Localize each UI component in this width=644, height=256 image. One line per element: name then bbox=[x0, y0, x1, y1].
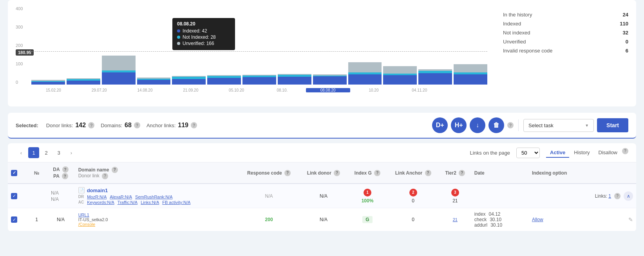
bar-indexed-seg bbox=[137, 80, 171, 85]
donor-links-help-icon[interactable]: ? bbox=[88, 122, 94, 128]
da-help-icon[interactable]: ? bbox=[62, 166, 69, 173]
tab-active[interactable]: Active bbox=[546, 148, 569, 158]
link-anchor-help-icon[interactable]: ? bbox=[425, 170, 431, 176]
x-label: 29.07.20 bbox=[77, 88, 121, 92]
bar-indexed-seg bbox=[454, 74, 487, 85]
donor-links-label: Donor links: bbox=[46, 123, 73, 128]
y-label-200: 200 bbox=[16, 43, 23, 48]
links-count: Links: 1 bbox=[595, 193, 611, 199]
pa-value: N/A bbox=[51, 197, 59, 202]
dr-label: DR bbox=[78, 195, 84, 199]
row-checkbox-domain[interactable]: ✓ bbox=[11, 193, 17, 199]
tab-disallow[interactable]: Disallow bbox=[595, 148, 621, 158]
bar-stack bbox=[137, 78, 171, 85]
response-help-icon[interactable]: ? bbox=[284, 170, 291, 176]
td-index-g-domain: 1 100% bbox=[348, 184, 387, 208]
d-plus-button[interactable]: D+ bbox=[432, 117, 448, 133]
toolbar-help-icon[interactable]: ? bbox=[507, 122, 514, 128]
view-tabs-help-icon[interactable]: ? bbox=[622, 148, 628, 154]
next-page-button[interactable]: › bbox=[66, 147, 77, 158]
pa-help-icon[interactable]: ? bbox=[62, 173, 68, 179]
edit-icon[interactable]: ✎ bbox=[628, 216, 633, 223]
page-3-button[interactable]: 3 bbox=[53, 147, 64, 158]
select-all-checkbox[interactable]: ✓ bbox=[11, 170, 17, 176]
table-row: ✓ 1 N/A URL1 IT-US_setka2.0 /Console 200 bbox=[8, 208, 636, 231]
h-plus-button[interactable]: H+ bbox=[451, 117, 467, 133]
td-response-domain: N/A bbox=[239, 184, 300, 208]
tier2-help-icon[interactable]: ? bbox=[459, 170, 465, 176]
in-history-value: 24 bbox=[623, 12, 628, 18]
x-label: 04.11.20 bbox=[397, 88, 441, 92]
page-size-select[interactable]: 50 100 200 bbox=[516, 148, 540, 158]
bar-unverified-seg bbox=[348, 62, 382, 72]
page-1-button[interactable]: 1 bbox=[28, 147, 39, 158]
expand-row-button[interactable]: ∧ bbox=[624, 191, 633, 201]
links-link[interactable]: Links:N/A bbox=[141, 200, 159, 205]
domain-help-icon[interactable]: ? bbox=[112, 167, 118, 173]
bar-unverified-seg bbox=[102, 56, 136, 70]
bar-group bbox=[242, 6, 276, 85]
semrush-link[interactable]: SemRushRank:N/A bbox=[135, 195, 172, 199]
doc-icon: 📄 bbox=[78, 187, 85, 193]
fb-link[interactable]: FB activity:N/A bbox=[162, 200, 190, 205]
link-donor-help-icon[interactable]: ? bbox=[334, 170, 340, 176]
page-2-button[interactable]: 2 bbox=[41, 147, 52, 158]
prev-page-button[interactable]: ‹ bbox=[16, 147, 27, 158]
domains-help-icon[interactable]: ? bbox=[134, 122, 140, 128]
da-pa-block: N/A N/A bbox=[49, 190, 72, 202]
td-tier2-domain: 3 21 bbox=[439, 184, 471, 208]
bar-stack bbox=[313, 74, 347, 85]
alexar-link[interactable]: AlexaR:N/A bbox=[110, 195, 132, 199]
bar-unverified-seg bbox=[383, 66, 417, 74]
anchor-links-help-icon[interactable]: ? bbox=[191, 122, 197, 128]
mozr-link[interactable]: MozR:N/A bbox=[87, 195, 107, 199]
pagination: ‹ 1 2 3 › bbox=[16, 147, 77, 158]
th-link-anchor: Link Anchor ? bbox=[387, 162, 439, 184]
toolbar-divider bbox=[518, 119, 519, 131]
td-domain: 📄 domain1 DR MozR:N/A AlexaR:N/A SemRush… bbox=[75, 184, 239, 208]
tier2-url-value[interactable]: 21 bbox=[453, 217, 458, 222]
links-help-icon[interactable]: ? bbox=[614, 193, 620, 199]
tooltip-date: 08.08.20 bbox=[177, 21, 230, 27]
chart-section: 400 300 200 100 0 180.95 bbox=[8, 0, 636, 106]
td-indexing-domain bbox=[529, 184, 586, 208]
x-label: 21.09.20 bbox=[168, 88, 213, 92]
unverified-dot bbox=[177, 42, 180, 45]
td-response-url: 200 bbox=[239, 208, 300, 231]
th-num: № bbox=[27, 162, 46, 184]
in-history-label: In the history bbox=[503, 12, 532, 18]
td-date-url: index 04.12 check 30.10 addurl 30.10 bbox=[471, 208, 529, 231]
index-g-help-icon[interactable]: ? bbox=[374, 170, 380, 176]
traffic-link[interactable]: Traffic:N/A bbox=[118, 200, 137, 205]
bar-indexed-seg bbox=[172, 79, 206, 85]
bar-group bbox=[454, 6, 487, 85]
stat-unverified: Unverified 0 bbox=[503, 37, 628, 46]
x-label: 05.10.20 bbox=[214, 88, 259, 92]
download-button[interactable]: ↓ bbox=[470, 117, 485, 133]
keywords-link[interactable]: Keywords:N/A bbox=[87, 200, 114, 205]
row-checkbox-url[interactable]: ✓ bbox=[11, 216, 17, 223]
select-task-dropdown[interactable]: Select task ▼ bbox=[523, 119, 594, 132]
url-name[interactable]: URL1 bbox=[78, 213, 235, 217]
toolbar: Selected: Donor links: 142 ? Domains: 68… bbox=[8, 113, 636, 139]
bar-group bbox=[67, 6, 100, 85]
date-entry-1: index 04.12 bbox=[474, 211, 526, 217]
bar-group bbox=[102, 6, 136, 85]
bar-stack bbox=[102, 56, 136, 85]
domains-stat: Domains: 68 ? bbox=[101, 122, 140, 129]
allow-link[interactable]: Allow bbox=[532, 217, 543, 222]
date-1: 04.12 bbox=[488, 211, 500, 217]
bars-area bbox=[31, 6, 487, 85]
td-actions-domain: Links: 1 ? ∧ bbox=[586, 184, 636, 208]
start-button[interactable]: Start bbox=[597, 118, 628, 132]
tab-history[interactable]: History bbox=[570, 148, 593, 158]
td-indexing-url: Allow bbox=[529, 208, 586, 231]
links-link[interactable]: 1 bbox=[608, 193, 611, 199]
donor-link-help-icon[interactable]: ? bbox=[102, 173, 108, 179]
delete-button[interactable]: 🗑 bbox=[488, 117, 504, 133]
main-container: 400 300 200 100 0 180.95 bbox=[0, 0, 644, 231]
domain-name-text[interactable]: domain1 bbox=[87, 187, 108, 193]
bar-indexed-seg bbox=[31, 82, 65, 85]
chart-left: 400 300 200 100 0 180.95 bbox=[16, 6, 487, 100]
url-sub[interactable]: /Console bbox=[78, 222, 235, 227]
